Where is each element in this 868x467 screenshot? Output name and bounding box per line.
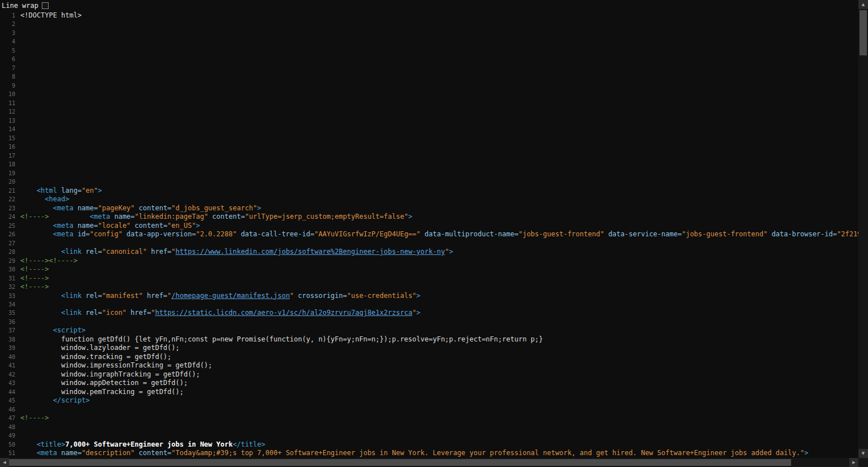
token-attr: data-browser-id= — [767, 230, 837, 238]
url-link[interactable]: https://www.linkedin.com/jobs/software%2… — [176, 248, 445, 256]
code-line-content: <!----><!----> — [15, 257, 77, 265]
token-tag: <link — [20, 309, 81, 317]
code-line-content — [15, 300, 20, 309]
token-tag: > — [408, 213, 412, 220]
code-line-content: <html lang="en"> — [15, 187, 102, 195]
token-attr: href= — [147, 248, 171, 256]
url-link[interactable]: /homepage-guest/manifest.json — [171, 292, 290, 300]
code-line-content: <link rel="canonical" href="https://www.… — [15, 248, 453, 256]
line-number: 28 — [0, 248, 15, 256]
code-line: 15 — [0, 134, 858, 142]
token-tag: > — [449, 248, 453, 256]
token-comment: <!----> — [20, 274, 49, 282]
horizontal-scrollbar[interactable]: ◀ ▶ — [0, 458, 858, 467]
token-comment: <!----> — [20, 414, 49, 422]
code-line-content — [15, 116, 20, 125]
code-line-content: window.tracking = getDfd(); — [15, 353, 171, 361]
token-attr: rel= — [81, 309, 102, 317]
code-line: 5 — [0, 46, 858, 55]
url-link[interactable]: https://static.licdn.com/aero-v1/sc/h/al… — [155, 309, 412, 317]
vertical-scrollbar[interactable]: ▲ ▼ — [858, 0, 868, 458]
code-line-content — [15, 107, 20, 116]
token-val: " — [445, 248, 449, 256]
token-tag: > — [416, 292, 420, 300]
code-line: 32<!----> — [0, 283, 858, 291]
code-lines: 1<!DOCTYPE html>234567891011121314151617… — [0, 11, 858, 458]
token-comment: <!----> — [20, 283, 49, 291]
code-line: 38 function getDfd() {let yFn,nFn;const … — [0, 335, 858, 344]
line-number: 34 — [0, 300, 15, 309]
line-number: 8 — [0, 72, 15, 81]
vertical-scroll-thumb[interactable] — [860, 10, 867, 55]
token-tag: </title> — [233, 440, 266, 448]
code-line: 3 — [0, 29, 858, 37]
token-attr: data-multiproduct-name= — [420, 230, 518, 238]
token-comment: <!----> — [20, 213, 49, 220]
line-number: 26 — [0, 230, 15, 239]
code-line: 36 — [0, 318, 858, 326]
line-number: 30 — [0, 265, 15, 274]
token-val: "locale" — [98, 222, 131, 230]
scroll-down-button[interactable]: ▼ — [858, 449, 868, 458]
scroll-up-button[interactable]: ▲ — [858, 0, 868, 9]
code-line: 19 — [0, 169, 858, 178]
code-line: 35 <link rel="icon" href="https://static… — [0, 309, 858, 317]
code-line-content — [15, 81, 20, 90]
line-number: 4 — [0, 37, 15, 46]
code-line-content — [15, 37, 20, 46]
token-attr: id= — [73, 230, 90, 238]
token-comment: <!----> — [20, 265, 49, 273]
code-line: 40 window.tracking = getDfd(); — [0, 353, 858, 361]
line-number: 17 — [0, 152, 15, 160]
scroll-right-button[interactable]: ▶ — [849, 458, 858, 467]
token-attr: name= — [73, 204, 98, 212]
code-line-content: <script> — [15, 326, 86, 335]
code-line: 7 — [0, 64, 858, 72]
code-line-content: <meta id="config" data-app-version="2.0.… — [15, 230, 858, 239]
code-line-content: <!----> — [15, 283, 49, 291]
token-val: "pageKey" — [98, 204, 134, 212]
line-wrap-checkbox[interactable] — [42, 2, 49, 9]
token-val: "linkedin:pageTag" — [134, 213, 208, 220]
token-comment: <!----><!----> — [20, 257, 77, 265]
code-line-content: <!DOCTYPE html> — [15, 11, 81, 20]
code-line: 39 window.lazyloader = getDfd(); — [0, 344, 858, 352]
token-val: "AAYuVIGsrfwIzP/EgD4UEg==" — [314, 230, 420, 238]
token-tag: > — [257, 204, 261, 212]
code-line: 22 <head> — [0, 195, 858, 204]
code-line: 27 — [0, 239, 858, 248]
code-line-content — [15, 99, 20, 107]
token-attr: content= — [208, 213, 245, 220]
line-number: 37 — [0, 326, 15, 335]
token-tag: <script> — [20, 326, 86, 334]
code-line-content — [15, 169, 20, 178]
token-val: "d_jobs_guest_search" — [171, 204, 257, 212]
line-number: 44 — [0, 388, 15, 396]
line-number: 3 — [0, 29, 15, 37]
line-number: 51 — [0, 449, 15, 457]
code-line: 46 — [0, 405, 858, 414]
code-line-content: <meta name="locale" content="en_US"> — [15, 222, 200, 230]
token-val: "urlType=jserp_custom;emptyResult=false" — [245, 213, 408, 220]
token-val: "2.0.2288" — [196, 230, 237, 238]
horizontal-scroll-thumb[interactable] — [9, 459, 791, 466]
code-line: 10 — [0, 90, 858, 98]
code-line-content: <head> — [15, 195, 70, 204]
line-number: 25 — [0, 222, 15, 230]
token-val: "manifest" — [102, 292, 143, 300]
code-line: 43 window.appDetection = getDfd(); — [0, 379, 858, 387]
arrow-up-icon: ▲ — [862, 2, 865, 7]
source-code-view[interactable]: 1<!DOCTYPE html>234567891011121314151617… — [0, 11, 858, 458]
line-number: 1 — [0, 11, 15, 20]
code-line-content: window.pemTracking = getDfd(); — [15, 388, 184, 396]
token-val: "description" — [81, 449, 134, 457]
scroll-left-button[interactable]: ◀ — [0, 458, 9, 467]
line-number: 9 — [0, 81, 15, 90]
token-plain: window.tracking = getDfd(); — [20, 353, 171, 361]
code-line: 33 <link rel="manifest" href="/homepage-… — [0, 292, 858, 300]
code-line-content: <!----> — [15, 414, 49, 422]
code-line: 37 <script> — [0, 326, 858, 335]
token-attr: data-call-tree-id= — [237, 230, 314, 238]
code-line: 30<!----> — [0, 265, 858, 274]
token-attr: name= — [110, 213, 134, 220]
